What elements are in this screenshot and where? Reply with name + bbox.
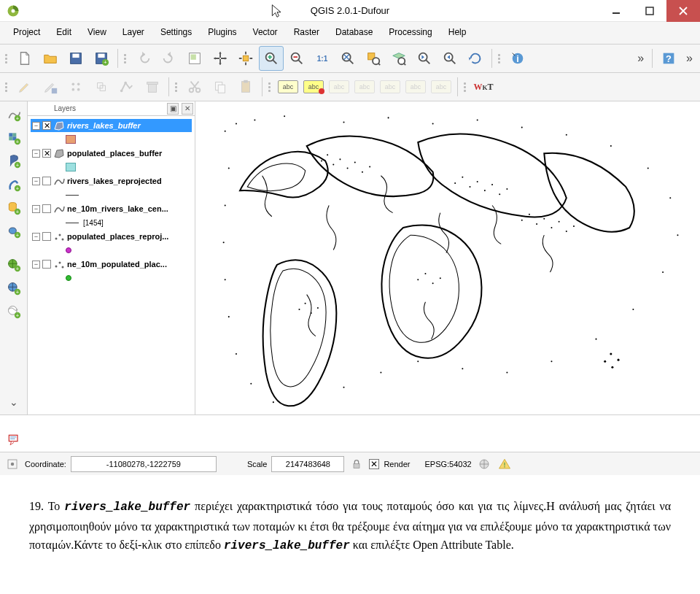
zoom-next-button[interactable] [438, 46, 462, 71]
refresh-button[interactable] [463, 46, 488, 71]
copy-button[interactable] [208, 74, 233, 99]
menu-view[interactable]: View [80, 25, 114, 39]
zoom-native-button[interactable]: 1:1 [310, 46, 335, 71]
tree-collapse-icon[interactable]: − [32, 261, 40, 269]
paste-button[interactable] [233, 74, 258, 99]
add-oracle-button[interactable]: + [3, 220, 25, 242]
menu-vector[interactable]: Vector [246, 25, 285, 39]
toolbar-overflow[interactable]: » [633, 52, 648, 65]
layer-visibility-checkbox[interactable]: ✕ [42, 121, 51, 130]
scale-lock-icon[interactable] [349, 456, 365, 472]
label-abc-button[interactable]: abc [276, 74, 300, 99]
maximize-button[interactable] [633, 0, 666, 22]
messages-icon[interactable] [497, 456, 513, 472]
redo-button[interactable] [157, 46, 182, 71]
menu-help[interactable]: Help [441, 25, 474, 39]
pan-to-selection-button[interactable] [233, 46, 258, 71]
label-rotate-button[interactable]: abc [403, 74, 428, 99]
save-project-button[interactable] [63, 46, 88, 71]
zoom-out-button[interactable] [284, 46, 309, 71]
map-canvas[interactable] [195, 101, 700, 414]
add-feature-button[interactable] [63, 74, 88, 99]
crs-status-icon[interactable] [476, 456, 492, 472]
toolbar-grip[interactable] [175, 82, 179, 92]
tree-collapse-icon[interactable]: − [32, 233, 40, 241]
toolbar-grip[interactable] [498, 54, 502, 63]
toolbar-grip[interactable] [124, 54, 128, 63]
menu-database[interactable]: Database [328, 25, 380, 39]
zoom-full-button[interactable] [335, 46, 360, 71]
edit-pencil-button[interactable] [12, 74, 37, 99]
label-highlight-button[interactable]: abc [301, 74, 326, 99]
label-change-button[interactable]: abc [429, 74, 454, 99]
tree-collapse-icon[interactable]: − [32, 122, 40, 130]
menu-edit[interactable]: Edit [49, 25, 79, 39]
annotation-button[interactable] [3, 429, 25, 451]
pan-button[interactable] [208, 46, 233, 71]
label-move-button[interactable]: abc [378, 74, 402, 99]
save-as-button[interactable]: + [89, 46, 114, 71]
layer-item-populated-places-buffer[interactable]: − ✕ populated_places_buffer [31, 147, 192, 160]
panel-close-button[interactable]: ✕ [182, 103, 193, 115]
menu-layer[interactable]: Layer [115, 25, 152, 39]
panel-undock-button[interactable]: ▣ [167, 103, 179, 115]
layer-visibility-checkbox[interactable] [42, 204, 51, 213]
toolbar-grip[interactable] [5, 82, 9, 92]
layer-visibility-checkbox[interactable] [42, 260, 51, 269]
toolbar-grip[interactable] [464, 82, 468, 92]
composer-button[interactable] [182, 46, 207, 71]
add-raster-button[interactable]: + [3, 127, 25, 149]
identify-button[interactable]: i [505, 46, 530, 71]
move-feature-button[interactable] [89, 74, 114, 99]
close-button[interactable] [666, 0, 700, 22]
delete-button[interactable] [140, 74, 165, 99]
menu-raster[interactable]: Raster [287, 25, 327, 39]
add-vector-button[interactable]: + [3, 104, 25, 126]
menu-plugins[interactable]: Plugins [201, 25, 244, 39]
layer-item-populated-places-reproj[interactable]: − populated_places_reproj... [31, 230, 192, 243]
toggle-extents-icon[interactable] [4, 456, 20, 472]
zoom-in-button[interactable] [259, 46, 284, 71]
layer-visibility-checkbox[interactable] [42, 177, 51, 185]
node-tool-button[interactable] [114, 74, 139, 99]
new-project-button[interactable] [12, 46, 37, 71]
add-wfs-button[interactable]: + [3, 301, 25, 323]
menu-project[interactable]: Project [6, 25, 47, 39]
tree-collapse-icon[interactable]: − [32, 177, 40, 185]
open-project-button[interactable] [38, 46, 63, 71]
add-mssql-button[interactable]: + [3, 197, 25, 219]
menu-settings[interactable]: Settings [153, 25, 199, 39]
toolbar-overflow-2[interactable]: » [682, 52, 697, 65]
layer-item-rivers-lakes-buffer[interactable]: − ✕ rivers_lakes_buffer [31, 119, 192, 132]
tree-collapse-icon[interactable]: − [32, 150, 40, 158]
zoom-last-button[interactable] [412, 46, 437, 71]
cut-button[interactable] [182, 74, 207, 99]
layer-tree[interactable]: − ✕ rivers_lakes_buffer − ✕ populated_pl… [28, 116, 195, 414]
zoom-selection-button[interactable] [361, 46, 386, 71]
label-show-button[interactable]: abc [352, 74, 377, 99]
toolbar-grip[interactable] [5, 54, 9, 63]
add-wcs-button[interactable]: + [3, 277, 25, 299]
add-postgis-button[interactable]: + [3, 150, 25, 172]
coordinate-field[interactable] [71, 456, 217, 472]
zoom-layer-button[interactable] [386, 46, 411, 71]
undo-button[interactable] [131, 46, 156, 71]
label-pin-button[interactable]: abc [327, 74, 351, 99]
layer-visibility-checkbox[interactable] [42, 232, 51, 241]
render-checkbox[interactable]: ✕ [369, 459, 379, 469]
wkt-button[interactable]: WKT [471, 74, 496, 99]
layer-item-ne-10m-populated[interactable]: − ne_10m_populated_plac... [31, 258, 192, 271]
add-wms-button[interactable]: + [3, 254, 25, 276]
scale-field[interactable] [271, 456, 344, 472]
tree-collapse-icon[interactable]: − [32, 205, 40, 213]
layer-item-ne-10m-rivers[interactable]: − ne_10m_rivers_lake_cen... [31, 202, 192, 215]
save-edits-button[interactable] [38, 74, 63, 99]
left-toolbar-overflow[interactable]: ⌄ [9, 396, 18, 408]
menu-processing[interactable]: Processing [381, 25, 439, 39]
layer-visibility-checkbox[interactable]: ✕ [42, 149, 51, 158]
layer-item-rivers-lakes-reprojected[interactable]: − rivers_lakes_reprojected [31, 174, 192, 188]
minimize-button[interactable] [599, 0, 633, 22]
help-button[interactable]: ? [656, 46, 681, 71]
add-spatialite-button[interactable]: + [3, 174, 25, 196]
toolbar-grip[interactable] [268, 82, 273, 92]
